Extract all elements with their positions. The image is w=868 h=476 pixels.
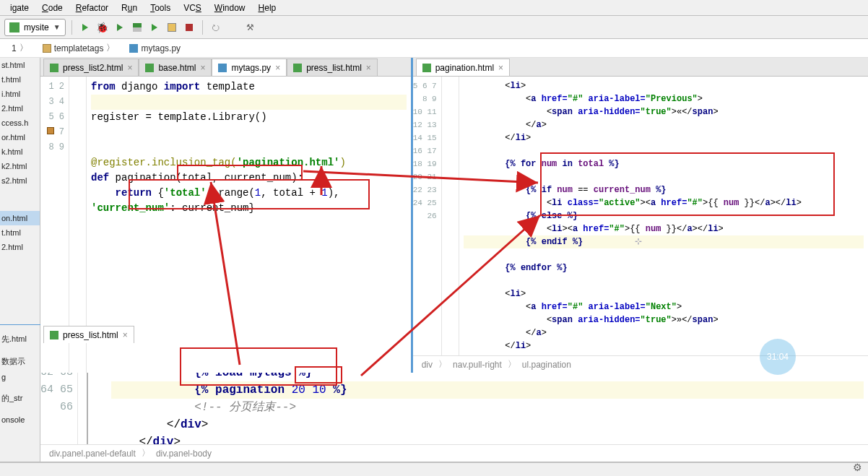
- crumb-root[interactable]: 1〉: [6, 40, 34, 56]
- run-button-2[interactable]: [147, 20, 162, 35]
- debug-button[interactable]: 🐞: [95, 20, 110, 35]
- close-icon[interactable]: ×: [123, 330, 128, 340]
- attach-button[interactable]: [165, 20, 179, 35]
- code-area-mytags[interactable]: from django import template register = t…: [87, 77, 411, 373]
- menu-refactor[interactable]: Refactor: [70, 1, 114, 14]
- project-tree-bottom[interactable]: 先.html 数据示 g 的_str onsole: [0, 325, 40, 462]
- tab-press-list[interactable]: press_list.html×: [287, 59, 378, 76]
- run-button[interactable]: [78, 20, 92, 35]
- tab-press-list2[interactable]: press_list2.html×: [43, 59, 139, 76]
- close-icon[interactable]: ×: [275, 63, 280, 73]
- menu-window[interactable]: Window: [209, 1, 251, 14]
- tab-mytags[interactable]: mytags.py×: [212, 59, 287, 76]
- menu-navigate[interactable]: igate: [4, 1, 35, 14]
- tab-bar-right: pagination.html×: [413, 58, 868, 77]
- menu-vcs[interactable]: VCS: [178, 1, 207, 14]
- structure-breadcrumb[interactable]: div〉nav.pull-right〉ul.pagination: [413, 355, 868, 373]
- menu-bar: igate Code Refactor Run Tools VCS Window…: [0, 0, 868, 16]
- gear-icon[interactable]: ⚙: [853, 462, 862, 473]
- close-icon[interactable]: ×: [366, 63, 371, 73]
- menu-help[interactable]: Help: [253, 1, 282, 14]
- stop-button[interactable]: [182, 20, 196, 35]
- code-area-pagination[interactable]: <li> <a href="#" aria-label="Previous"> …: [459, 77, 868, 355]
- menu-tools[interactable]: Tools: [144, 1, 176, 14]
- menu-code[interactable]: Code: [36, 1, 69, 14]
- close-icon[interactable]: ×: [200, 63, 205, 73]
- tab-base[interactable]: base.html×: [139, 59, 212, 76]
- close-icon[interactable]: ×: [127, 63, 132, 73]
- crumb-folder[interactable]: templatetags〉: [37, 40, 121, 56]
- run-with-coverage-button[interactable]: [113, 20, 127, 35]
- crumb-file[interactable]: mytags.py: [123, 42, 186, 55]
- structure-breadcrumb-bottom[interactable]: div.panel.panel-default〉div.panel-body: [40, 444, 868, 462]
- project-tree[interactable]: st.html t.html i.html 2.html ccess.h or.…: [0, 58, 40, 324]
- menu-run[interactable]: Run: [116, 1, 143, 14]
- tab-pagination[interactable]: pagination.html×: [416, 59, 510, 76]
- status-bar: ⚙: [0, 462, 868, 476]
- settings-button[interactable]: ⚒: [243, 20, 258, 35]
- git-button[interactable]: ⭮: [209, 20, 223, 35]
- tab-press-list-bottom[interactable]: press_list.html×: [43, 326, 134, 343]
- toolbar: mysite ▼ 🐞 ⭮ ⚒: [0, 16, 868, 39]
- editor-right[interactable]: pagination.html× 5 6 7 8 9 10 11 12 13 1…: [413, 58, 868, 373]
- timestamp-overlay: 31:04: [760, 339, 796, 375]
- tab-bar-left: press_list2.html× base.html× mytags.py× …: [40, 58, 411, 77]
- run-config-dropdown[interactable]: mysite ▼: [4, 19, 66, 36]
- line-gutter: 5 6 7 8 9 10 11 12 13 14 15 16 17 18 19 …: [413, 77, 442, 355]
- navigation-bar: 1〉 templatetags〉 mytags.py: [0, 39, 868, 58]
- close-icon[interactable]: ×: [498, 63, 503, 73]
- profile-button[interactable]: [130, 20, 144, 35]
